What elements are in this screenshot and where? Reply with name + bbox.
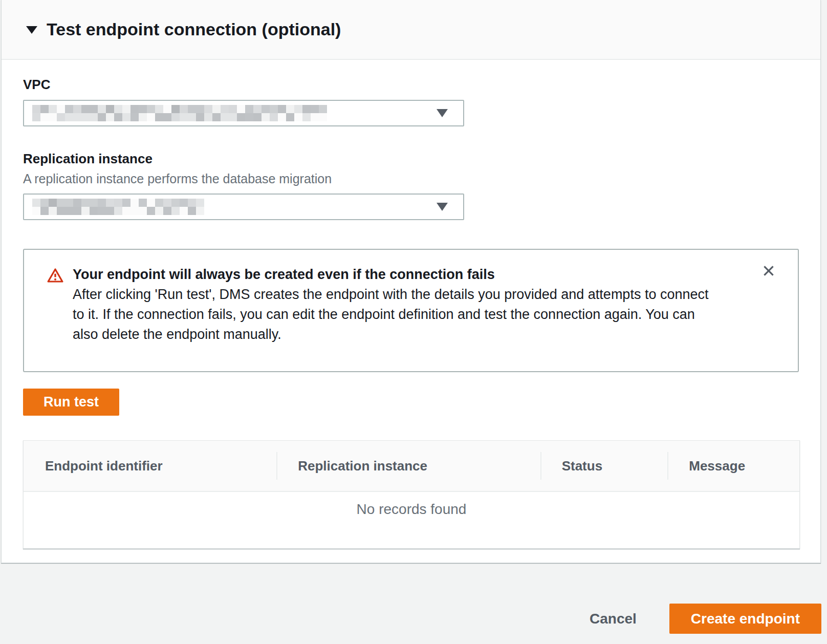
section-collapse-icon[interactable] xyxy=(26,26,37,34)
vpc-label: VPC xyxy=(23,77,799,93)
warning-body: After clicking 'Run test', DMS creates t… xyxy=(73,285,708,345)
close-icon[interactable] xyxy=(761,263,776,278)
footer-actions: Cancel Create endpoint xyxy=(590,604,821,634)
replication-instance-label: Replication instance xyxy=(23,151,799,167)
test-endpoint-panel: Test endpoint connection (optional) VPC … xyxy=(1,0,821,563)
panel-body: VPC Replication instance A replication i… xyxy=(2,77,820,549)
warning-triangle-icon xyxy=(47,268,63,345)
replication-instance-redacted-value xyxy=(32,199,204,215)
test-results-table: Endpoint identifier Replication instance… xyxy=(23,440,800,549)
create-endpoint-button[interactable]: Create endpoint xyxy=(669,604,821,634)
warning-alert: Your endpoint will always be created eve… xyxy=(23,249,799,372)
panel-title: Test endpoint connection (optional) xyxy=(47,19,341,39)
vpc-redacted-value xyxy=(32,105,327,121)
replication-instance-field-group: Replication instance A replication insta… xyxy=(23,151,799,220)
panel-header[interactable]: Test endpoint connection (optional) xyxy=(2,0,820,60)
run-test-button[interactable]: Run test xyxy=(23,389,119,416)
warning-title: Your endpoint will always be created eve… xyxy=(73,264,708,285)
column-header-endpoint-identifier: Endpoint identifier xyxy=(24,441,276,491)
warning-text-block: Your endpoint will always be created eve… xyxy=(73,264,708,345)
chevron-down-icon xyxy=(437,109,448,117)
vpc-field-group: VPC xyxy=(23,77,799,126)
cancel-button[interactable]: Cancel xyxy=(590,611,637,627)
table-header-row: Endpoint identifier Replication instance… xyxy=(24,441,799,492)
chevron-down-icon xyxy=(437,203,448,211)
replication-instance-description: A replication instance performs the data… xyxy=(23,171,799,186)
column-header-status: Status xyxy=(540,441,668,491)
column-header-replication-instance: Replication instance xyxy=(276,441,540,491)
column-header-message: Message xyxy=(667,441,799,491)
replication-instance-select[interactable] xyxy=(23,194,464,220)
table-empty-state: No records found xyxy=(24,492,799,548)
vpc-select[interactable] xyxy=(23,100,464,126)
